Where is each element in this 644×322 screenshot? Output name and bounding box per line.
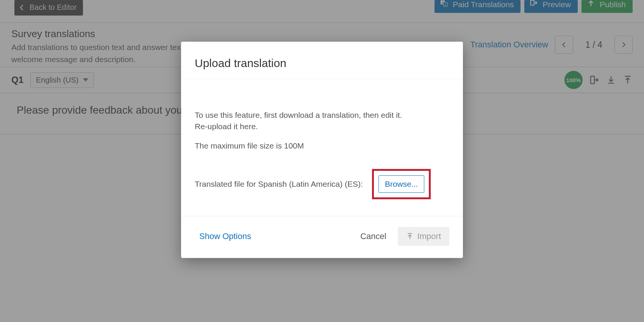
upload-translation-modal: Upload translation To use this feature, …: [181, 42, 463, 258]
modal-overlay: Upload translation To use this feature, …: [0, 0, 644, 322]
modal-instruction-2: Re-upload it here.: [195, 121, 449, 132]
import-button: Import: [398, 227, 449, 246]
browse-button[interactable]: Browse...: [378, 175, 425, 193]
file-upload-row: Translated file for Spanish (Latin Ameri…: [195, 169, 449, 199]
modal-title: Upload translation: [181, 42, 463, 79]
browse-highlight: Browse...: [372, 169, 431, 199]
cancel-button[interactable]: Cancel: [360, 231, 386, 241]
modal-body: To use this feature, first download a tr…: [181, 79, 463, 216]
modal-max-size: The maximum file size is 100M: [195, 140, 449, 152]
upload-icon: [406, 233, 414, 240]
file-label: Translated file for Spanish (Latin Ameri…: [195, 178, 363, 190]
show-options-link[interactable]: Show Options: [199, 231, 251, 241]
modal-instruction-1: To use this feature, first download a tr…: [195, 109, 449, 121]
import-label: Import: [417, 231, 441, 241]
modal-footer: Show Options Cancel Import: [181, 216, 463, 258]
